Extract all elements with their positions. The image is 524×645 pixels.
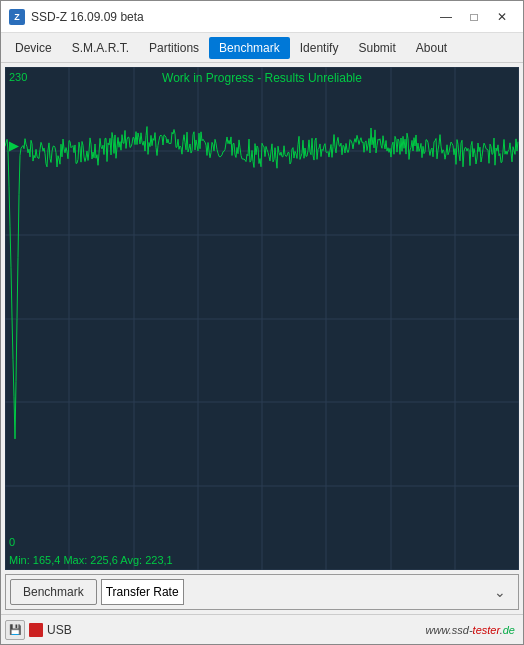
- window-title: SSD-Z 16.09.09 beta: [31, 10, 433, 24]
- minimize-button[interactable]: —: [433, 6, 459, 28]
- app-icon: Z: [9, 9, 25, 25]
- menu-item-submit[interactable]: Submit: [348, 37, 405, 59]
- metric-dropdown[interactable]: Transfer Rate Access Time IOPS: [101, 579, 184, 605]
- chart-stats: Min: 165,4 Max: 225,6 Avg: 223,1: [9, 554, 173, 566]
- title-bar: Z SSD-Z 16.09.09 beta — □ ✕: [1, 1, 523, 33]
- watermark: www.ssd-tester.de: [426, 624, 519, 636]
- chart-title: Work in Progress - Results Unreliable: [5, 71, 519, 85]
- benchmark-button[interactable]: Benchmark: [10, 579, 97, 605]
- drive-icon: 💾: [5, 620, 25, 640]
- main-window: Z SSD-Z 16.09.09 beta — □ ✕ Device S.M.A…: [0, 0, 524, 645]
- menu-item-about[interactable]: About: [406, 37, 457, 59]
- menu-item-partitions[interactable]: Partitions: [139, 37, 209, 59]
- bottom-toolbar: Benchmark Transfer Rate Access Time IOPS: [5, 574, 519, 610]
- menu-item-identify[interactable]: Identify: [290, 37, 349, 59]
- dropdown-wrapper: Transfer Rate Access Time IOPS: [101, 579, 514, 605]
- window-controls: — □ ✕: [433, 6, 515, 28]
- maximize-button[interactable]: □: [461, 6, 487, 28]
- close-button[interactable]: ✕: [489, 6, 515, 28]
- menu-bar: Device S.M.A.R.T. Partitions Benchmark I…: [1, 33, 523, 63]
- usb-indicator: [29, 623, 43, 637]
- benchmark-canvas: [5, 67, 519, 570]
- chart-y-min: 0: [9, 536, 15, 548]
- menu-item-benchmark[interactable]: Benchmark: [209, 37, 290, 59]
- chart-area: Work in Progress - Results Unreliable 23…: [5, 67, 519, 570]
- menu-item-smart[interactable]: S.M.A.R.T.: [62, 37, 139, 59]
- menu-item-device[interactable]: Device: [5, 37, 62, 59]
- status-bar: 💾 USB www.ssd-tester.de: [1, 614, 523, 644]
- drive-label: USB: [47, 623, 422, 637]
